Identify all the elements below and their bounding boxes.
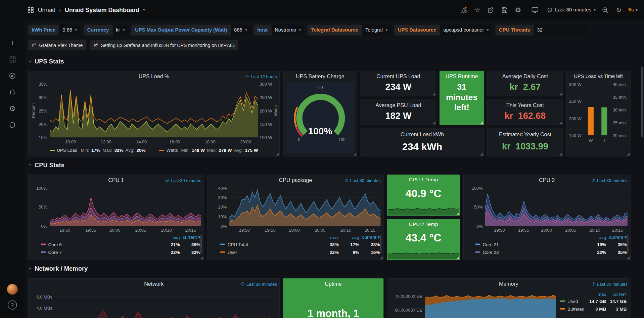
panel-title[interactable]: This Years Cost — [488, 102, 562, 108]
dashboard-link[interactable]: Grafana Plex Theme — [28, 40, 86, 50]
section-ups-stats[interactable]: › UPS Stats — [30, 58, 64, 65]
caret-down-icon[interactable]: ▾ — [143, 8, 145, 12]
legend-column-current[interactable]: current ▾ — [606, 235, 627, 240]
legend-row[interactable]: Core 2322%35% — [475, 248, 627, 256]
section-network-memory[interactable]: › Network / Memory — [30, 265, 88, 272]
legend-table: maxavgcurrent ▾CPU Total38%17%28%User22%… — [220, 234, 380, 256]
axis-tick-label: 200 W — [260, 108, 272, 113]
series-name[interactable]: Used — [560, 299, 586, 304]
sidebar-alerting-button[interactable] — [0, 88, 25, 96]
legend-row[interactable]: Core 621%39% — [41, 240, 200, 248]
variable-value[interactable]: Telegraf▾ — [362, 25, 391, 36]
variable-input[interactable]: 32 — [534, 25, 588, 36]
legend-row[interactable]: Core 2119%35% — [475, 240, 627, 248]
legend-scrollbar[interactable] — [627, 235, 629, 253]
axis-tick-label: 60.000000 GB — [395, 308, 423, 313]
series-name[interactable]: Buffered — [560, 306, 586, 311]
page-scrollbar[interactable] — [641, 67, 643, 138]
star-button[interactable]: ☆ — [473, 5, 481, 14]
series-name[interactable]: Core 23 — [475, 249, 586, 255]
variable-telegraf-datasource[interactable]: Telegraf DatasourceTelegraf▾ — [308, 25, 391, 36]
sidebar-create-button[interactable]: + — [0, 38, 25, 48]
variable-ups-datasource[interactable]: UPS Datasourceapcupsd-container▾ — [394, 25, 492, 36]
legend-row[interactable]: Core 722%33% — [41, 248, 200, 256]
variable-cpu-threads[interactable]: CPU Threads32 — [495, 25, 588, 36]
panel-title[interactable]: UPS Battery Charge — [283, 73, 357, 79]
legend-row[interactable]: Buffered3 MB3 MB — [560, 305, 627, 313]
variable-kwh-price[interactable]: kWh Price0.65▾ — [28, 25, 80, 36]
dashboard-link[interactable]: Setting up Grafana and InfluxDB for UPS … — [90, 40, 238, 50]
series-name[interactable]: Core 21 — [475, 242, 586, 247]
legend-column-avg[interactable]: avg — [586, 235, 606, 240]
legend-column-avg[interactable]: avg — [339, 235, 359, 240]
apps-grid-icon[interactable] — [27, 6, 34, 13]
time-range-picker[interactable]: Last 30 minutes ▾ — [547, 7, 596, 13]
panel-title[interactable]: UPS Load % — [29, 73, 280, 79]
sidebar-dashboards-button[interactable] — [0, 55, 25, 63]
legend-column-current[interactable]: current ▾ — [180, 235, 200, 240]
variable-host[interactable]: hostNostromo▾ — [254, 25, 304, 36]
legend-column-max[interactable]: max — [318, 235, 338, 240]
sidebar-explore-button[interactable] — [0, 72, 25, 80]
legend-column-max[interactable]: max — [586, 291, 606, 297]
panel-title[interactable]: CPU 1 Temp — [387, 177, 460, 183]
legend-column-avg[interactable]: avg — [159, 235, 180, 240]
panel-title[interactable]: Average Daily Cost — [488, 73, 562, 79]
user-avatar[interactable] — [7, 284, 18, 295]
help-button[interactable]: ? — [8, 301, 17, 310]
cpu1-chart[interactable] — [50, 188, 201, 226]
cpu2-chart[interactable] — [485, 188, 628, 226]
chart-legend: UPS LoadMin:17%Max:32%Avg:20%WattsMin:14… — [50, 148, 258, 153]
variable-currency[interactable]: Currencykr▾ — [84, 25, 128, 36]
legend-column-current[interactable]: current ▾ — [359, 235, 380, 240]
panel-title[interactable]: Estimated Yearly Cost — [488, 131, 562, 137]
variable-value[interactable]: kr▾ — [112, 25, 128, 36]
legend-row[interactable]: CPU Total38%17%28% — [220, 240, 380, 248]
stat-val: 278 W — [219, 148, 232, 153]
refresh-interval-picker[interactable]: 5s ▾ — [628, 7, 637, 13]
add-panel-button[interactable] — [460, 5, 468, 14]
refresh-button[interactable]: ↻ — [615, 5, 623, 14]
memory-chart[interactable] — [425, 291, 556, 318]
section-cpu-stats[interactable]: › CPU Stats — [30, 161, 64, 168]
series-name[interactable]: CPU Total — [220, 242, 318, 247]
variable-ups-max-output-power-capacity-watt-[interactable]: UPS Max Output Power Capacity (Watt)865▾ — [131, 25, 250, 36]
panel-title[interactable]: Current Load kWh — [361, 131, 484, 137]
zoom-out-button[interactable] — [601, 5, 609, 14]
variable-value[interactable]: apcupsd-container▾ — [440, 25, 492, 36]
sidebar-configuration-button[interactable]: ⚙ — [0, 104, 25, 113]
series-name[interactable]: Core 7 — [41, 249, 159, 255]
variable-value[interactable]: Nostromo▾ — [271, 25, 304, 36]
panel-title[interactable]: Uptime — [283, 281, 383, 287]
legend-scrollbar[interactable] — [380, 235, 381, 253]
panel-title[interactable]: UPS Runtime — [440, 73, 484, 79]
panel-ups-runtime: UPS Runtime 31 minutes left! — [440, 71, 484, 125]
legend-scrollbar[interactable] — [200, 235, 202, 253]
dashboard-settings-button[interactable]: ⚙ — [514, 5, 522, 14]
series-name[interactable]: User — [220, 249, 318, 255]
sidebar-server-admin-button[interactable] — [0, 121, 25, 129]
network-chart[interactable] — [55, 291, 277, 318]
legend-row[interactable]: User22%9%16% — [220, 248, 380, 256]
breadcrumb-app[interactable]: Unraid — [38, 7, 55, 13]
cycle-view-button[interactable] — [531, 5, 539, 14]
ups-load-chart[interactable] — [50, 84, 258, 137]
breadcrumb-title[interactable]: Unraid System Dashboard — [65, 7, 139, 13]
panel-title[interactable]: Current UPS Load — [361, 73, 436, 79]
axis-tick-label: 6.0 MBs — [36, 294, 52, 299]
svg-text:0: 0 — [298, 137, 300, 142]
legend-row[interactable]: Used14.7 GB14.7 GB — [560, 297, 627, 305]
legend-series[interactable]: WattsMin:148 WMax:278 WAvg:175 W — [159, 148, 258, 153]
panel-title[interactable]: Average PSU Load — [361, 102, 436, 108]
save-button[interactable] — [500, 5, 509, 14]
panel-title[interactable]: CPU 2 Temp — [387, 221, 460, 227]
share-button[interactable] — [487, 5, 495, 14]
panel-title[interactable]: UPS Load vs Time left — [567, 73, 630, 79]
variable-value[interactable]: 0.65▾ — [59, 25, 80, 36]
ups-bar-chart[interactable] — [584, 84, 611, 135]
legend-series[interactable]: UPS LoadMin:17%Max:32%Avg:20% — [50, 148, 145, 153]
variable-value[interactable]: 865▾ — [231, 25, 250, 36]
cpu-package-chart[interactable] — [229, 188, 381, 226]
legend-column-current[interactable]: current — [606, 291, 627, 297]
series-name[interactable]: Core 6 — [41, 242, 159, 247]
